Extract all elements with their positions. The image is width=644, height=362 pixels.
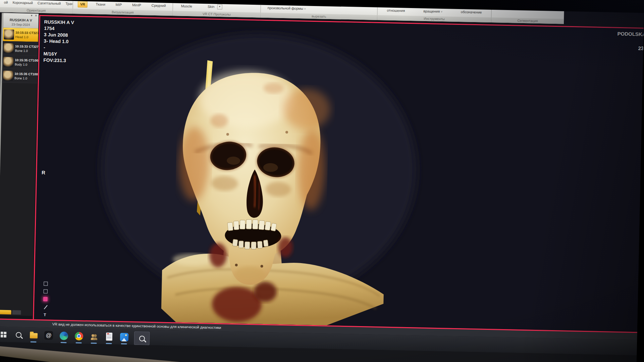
overlay-dash: -: [44, 44, 74, 51]
series-name: Body 1.0: [15, 62, 37, 66]
average-mode-button[interactable]: Средний: [149, 3, 168, 9]
series-thumbnail: [3, 71, 13, 81]
orientation-button-fragment[interactable]: ой: [2, 0, 10, 5]
ribbon-group-orientation: ой Коронарный Сагиттальный Транспонирова…: [0, 0, 73, 14]
freeform-cut-label: произвольной формы: [268, 6, 303, 10]
freeform-cut-button[interactable]: произвольной формы˅: [265, 5, 308, 12]
ribbon-group-label-segmentation: Сегментация: [491, 17, 564, 24]
series-time: 10:15:35: [14, 72, 27, 76]
series-time: 10:15:33: [15, 44, 28, 48]
edge-icon[interactable]: [59, 330, 69, 341]
series-item-head[interactable]: 10:15:33CT 327 Head 1.0: [3, 28, 38, 42]
overlay-series-name: 3- Head 1.0: [44, 38, 74, 45]
circle-a-app-icon[interactable]: [44, 330, 54, 341]
series-thumbnail: [4, 29, 14, 40]
skin-protocol-label: Skin: [208, 4, 215, 9]
skull-3d-render: [34, 16, 644, 332]
transpose-button[interactable]: Транспонирование: [63, 1, 73, 7]
chevron-down-icon: ˅: [304, 7, 306, 10]
series-name: Bone 1.0: [14, 76, 36, 80]
series-modality: CT: [29, 58, 33, 62]
ribbon-group-label-orientation: Ориентация: [0, 7, 72, 14]
rotation-label: вращения: [423, 9, 440, 13]
chrome-icon[interactable]: [74, 331, 84, 341]
institution-overlay-top-right: PODOLSKAY T 23 S 1: [617, 30, 644, 59]
overlay-physician: PODOLSKAY: [617, 30, 643, 38]
search-icon[interactable]: [13, 329, 24, 340]
active-marker-tool-icon[interactable]: [43, 297, 47, 301]
overlay-time-clipped: 1: [617, 51, 644, 59]
mip-mode-button[interactable]: MIP: [113, 2, 124, 8]
series-modality: CT: [28, 72, 33, 76]
photo-of-monitor: ой Коронарный Сагиттальный Транспонирова…: [0, 0, 644, 362]
patient-overlay-top-left: RUSSKIH A V 1754 3 Jun 2008 3- Head 1.0 …: [43, 19, 74, 64]
annotation-tool-strip: T: [43, 282, 48, 317]
skin-protocol-button[interactable]: Skin ▾: [206, 4, 224, 10]
panel-bottom-tabs: [0, 309, 33, 316]
series-time: 10:15:35: [15, 58, 28, 62]
overlay-patient-id: 1754: [44, 25, 74, 32]
series-item-body[interactable]: 10:15:35CT 1002 Body 1.0: [2, 55, 38, 70]
overlay-clipped-line: T: [617, 37, 644, 45]
series-name: Bone 1.0: [15, 49, 37, 53]
ct-workstation-screen: ой Коронарный Сагиттальный Транспонирова…: [0, 0, 644, 362]
series-image-count: 327: [33, 45, 39, 48]
file-explorer-icon[interactable]: [29, 330, 39, 340]
overlay-birth-date: 3 Jun 2008: [44, 32, 74, 39]
tissue-mode-button[interactable]: Ткани: [94, 1, 107, 7]
overlay-date-clipped: 23 S: [617, 44, 644, 52]
minip-mode-button[interactable]: MinIP: [130, 2, 143, 8]
rectangle-tool-icon[interactable]: [44, 282, 48, 286]
series-thumbnail: [4, 43, 14, 54]
series-modality: CT: [29, 45, 33, 48]
overlay-patient-name: RUSSKIH A V: [44, 19, 74, 26]
series-image-count: 327: [34, 31, 39, 35]
series-thumbnail: [3, 57, 14, 67]
people-icon[interactable]: [89, 331, 99, 342]
study-date: 23-Sep-2024: [4, 22, 37, 27]
series-name: Head 1.0: [15, 35, 37, 39]
series-modality: CT: [29, 31, 34, 35]
search-panel-icon[interactable]: [134, 332, 150, 343]
chevron-down-icon: ˅: [441, 10, 442, 13]
series-item-bone-1002[interactable]: 10:15:35CT 1002 Bone 1.0: [2, 69, 38, 83]
ellipse-tool-icon[interactable]: [43, 289, 47, 293]
rotation-button[interactable]: вращения˅: [421, 8, 444, 15]
patient-name: RUSSKIH A V: [5, 18, 37, 22]
annotation-button[interactable]: обозначение: [459, 9, 484, 15]
series-time: 10:15:33: [15, 31, 28, 35]
ribbon-group-visualization: VR Ткани MIP MinIP Средний Визуализация: [73, 1, 173, 16]
ribbon-group-segmentation: Сегментация: [491, 10, 564, 24]
line-tool-icon[interactable]: [43, 305, 47, 309]
series-item-bone-327[interactable]: 10:15:33CT 327 Bone 1.0: [3, 42, 38, 56]
panel-tab-active[interactable]: [0, 310, 11, 314]
skin-dropdown-icon[interactable]: ▾: [217, 4, 222, 9]
relations-button[interactable]: отношения: [385, 7, 407, 13]
windows-start-icon[interactable]: [0, 329, 8, 340]
sagittal-button[interactable]: Сагиттальный: [36, 0, 63, 7]
overlay-sex-age: M/16Y: [43, 51, 73, 58]
close-icon[interactable]: ✕: [35, 14, 37, 17]
ribbon-group-vr-ct-protocols: Muscle Skin ▾ VR CT Протоколы: [173, 3, 261, 17]
vr-mode-button[interactable]: VR: [78, 1, 88, 8]
vr-3d-viewport[interactable]: RUSSKIH A V 1754 3 Jun 2008 3- Head 1.0 …: [33, 15, 644, 332]
muscle-protocol-button[interactable]: Muscle: [179, 3, 195, 9]
ribbon-group-tools: отношения вращения˅ обозначение Инструме…: [377, 7, 492, 22]
orientation-marker-right: R: [42, 170, 45, 175]
pin-icon[interactable]: ▾: [31, 14, 33, 17]
series-panel-header: ▾ ✕ RUSSKIH A V 23-Sep-2024: [3, 13, 39, 28]
coronal-button[interactable]: Коронарный: [10, 0, 35, 6]
text-tool-icon[interactable]: T: [44, 313, 46, 317]
overlay-fov: FOV:231.3: [43, 57, 73, 64]
photos-app-icon[interactable]: [119, 332, 129, 342]
ribbon-group-cut: произвольной формы˅ вырезать: [261, 5, 378, 20]
series-browser-panel: ▾ ✕ RUSSKIH A V 23-Sep-2024 10:15:33CT 3…: [0, 13, 39, 316]
panel-tab-inactive[interactable]: [12, 310, 21, 315]
document-app-icon[interactable]: [104, 331, 114, 342]
